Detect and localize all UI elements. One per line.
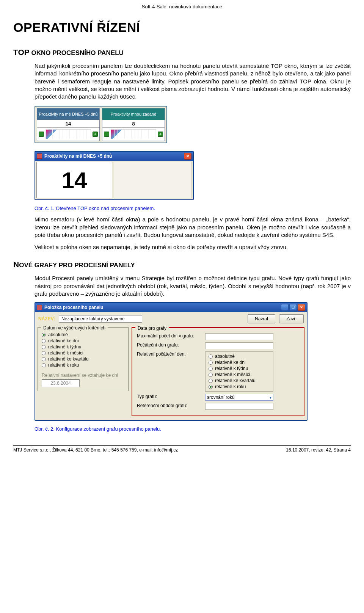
radio-icon — [209, 385, 213, 389]
plus-icon[interactable]: + — [93, 132, 98, 137]
top-window-body: 14 — [35, 161, 193, 199]
radio-rel-year[interactable]: relativně k roku — [42, 362, 124, 368]
rel-start-radio-group: absolutně relativně ke dni relativně k t… — [205, 351, 273, 392]
combo-value: srovnání roků — [207, 395, 235, 400]
radio2-absolute[interactable]: absolutně — [209, 353, 270, 359]
process-panel-a[interactable]: Proaktivity na mě DNES +5 dnů 14 + — [37, 108, 100, 141]
radio2-rel-week[interactable]: relativně k týdnu — [209, 365, 270, 372]
app-icon — [37, 305, 42, 310]
radio-icon — [42, 357, 46, 361]
radio-icon — [209, 379, 213, 383]
panel-a-chart-row: + — [37, 128, 99, 141]
groupbox-left-title: Datum ve výběrových kritériích — [41, 325, 108, 331]
row-rel-start: Relativní počáteční den: absolutně relat… — [137, 350, 299, 393]
heading-nove-large: N — [13, 260, 19, 269]
document-page: Soft-4-Sale: novinková dokumentace OPERA… — [0, 0, 364, 453]
radio-rel-day[interactable]: relativně ke dni — [42, 338, 124, 344]
close-icon[interactable]: × — [184, 153, 191, 160]
chevron-down-icon: ▾ — [270, 395, 271, 400]
sec2-paragraph-1: Modul Procesní panely umístěný v menu St… — [35, 274, 351, 298]
row-ref-period: Referenční období grafu: — [137, 402, 299, 411]
rel-date-field[interactable]: 23.6.2004 — [42, 379, 80, 387]
sec1-paragraph-1: Nad jakýmkoli procesním panelem lze doub… — [35, 62, 351, 100]
heading-top-okno: TOP OKNO PROCESNÍHO PANELU — [13, 48, 351, 57]
groupbox-date-criteria: Datum ve výběrových kritériích absolutně… — [38, 327, 129, 391]
panel-a-value[interactable]: 14 — [37, 120, 99, 128]
row-max-days: Maximální počet dní v grafu: — [137, 332, 299, 341]
name-label: NÁZEV: — [38, 316, 55, 321]
config-body: Datum ve výběrových kritériích absolutně… — [35, 326, 307, 420]
figure-2-window: Položka procesního panelu _ □ × NÁZEV: N… — [35, 302, 308, 421]
panel-b-chart-row: + — [102, 128, 165, 141]
name-input[interactable]: Nezaplacene faktury vystavene — [59, 315, 142, 323]
sec1-paragraph-2: Mimo semaforu (v levé horní části okna) … — [35, 216, 351, 239]
figure-1-caption: Obr. č. 1. Otevřené TOP okno nad procesn… — [35, 205, 351, 211]
radio-icon — [42, 333, 46, 337]
row-start-day: Počáteční den grafu: — [137, 341, 299, 350]
config-window-titlebar[interactable]: Položka procesního panelu _ □ × — [35, 303, 307, 312]
sparkline-chart — [46, 129, 91, 139]
radio2-rel-year[interactable]: relativně k roku — [209, 384, 270, 390]
battery-icon[interactable] — [104, 132, 109, 137]
start-day-input[interactable] — [205, 342, 273, 349]
window-buttons: _ □ × — [281, 304, 305, 311]
radio-icon — [209, 367, 213, 371]
sparkline-chart — [111, 129, 156, 139]
close-icon[interactable]: × — [298, 304, 305, 311]
radio-icon — [209, 354, 213, 359]
panel-b-value[interactable]: 8 — [102, 120, 165, 128]
radio2-rel-month[interactable]: relativně k měsíci — [209, 372, 270, 378]
radio-absolute[interactable]: absolutně — [42, 332, 124, 338]
radio2-rel-day[interactable]: relativně ke dni — [209, 359, 270, 365]
top-window-value-box[interactable]: 14 — [36, 162, 112, 198]
top-window-value: 14 — [62, 167, 87, 193]
heading-nove-rest: OVÉ GRAFY PRO PROCESNÍ PANELY — [19, 262, 135, 269]
return-button[interactable]: Návrat — [248, 314, 275, 323]
radio2-rel-quarter[interactable]: relativně ke kvartálu — [209, 378, 270, 384]
radio-rel-month[interactable]: relativně k měsíci — [42, 350, 124, 356]
page-footer: MTJ Service s.r.o., Žilkova 44, 621 00 B… — [13, 445, 351, 453]
process-panels-pair: Proaktivity na mě DNES +5 dnů 14 + Proak… — [35, 106, 167, 143]
panel-b-title: Proaktivity mnou zadané — [102, 108, 165, 120]
top-window-titlebar[interactable]: Proaktivity na mě DNES +5 dnů × — [35, 152, 193, 161]
close-button[interactable]: Zavři — [279, 314, 304, 323]
heading-top-large: TOP — [13, 48, 30, 56]
footer-left: MTJ Service s.r.o., Žilkova 44, 621 00 B… — [13, 447, 178, 453]
panel-a-title: Proaktivity na mě DNES +5 dnů — [37, 108, 99, 120]
plus-icon[interactable]: + — [158, 132, 163, 137]
max-days-input[interactable] — [205, 333, 273, 340]
app-icon — [37, 154, 42, 159]
section-2-content: Modul Procesní panely umístěný v menu St… — [13, 274, 351, 432]
radio-icon — [209, 373, 213, 377]
doc-header: Soft-4-Sale: novinková dokumentace — [13, 4, 351, 9]
radio-icon — [209, 361, 213, 365]
config-toolbar: NÁZEV: Nezaplacene faktury vystavene Náv… — [35, 312, 307, 326]
figure-2-caption: Obr. č. 2. Konfigurace zobrazení grafu p… — [35, 426, 351, 432]
config-window-title: Položka procesního panelu — [44, 305, 103, 310]
maximize-icon[interactable]: □ — [289, 304, 297, 311]
radio-rel-week[interactable]: relativně k týdnu — [42, 344, 124, 350]
radio-icon — [42, 339, 46, 343]
top-window-right-pane — [114, 162, 192, 198]
section-1-content: Nad jakýmkoli procesním panelem lze doub… — [13, 62, 351, 251]
top-window-title: Proaktivity na mě DNES +5 dnů — [44, 154, 112, 159]
radio-rel-quarter[interactable]: relativně ke kvartálu — [42, 356, 124, 362]
heading-top-rest: OKNO PROCESNÍHO PANELU — [30, 49, 124, 56]
sec1-paragraph-3: Velikost a poloha oken se nepamatuje, je… — [35, 243, 351, 251]
process-panel-b[interactable]: Proaktivity mnou zadané 8 + — [102, 108, 165, 141]
heading-nove-grafy: NOVÉ GRAFY PRO PROCESNÍ PANELY — [13, 260, 351, 269]
chart-type-combo[interactable]: srovnání roků ▾ — [205, 394, 273, 401]
battery-icon[interactable] — [39, 132, 44, 137]
ref-period-input[interactable] — [205, 403, 273, 410]
rel-note-label: Relativní nastavení se vztahuje ke dni — [42, 373, 124, 378]
minimize-icon[interactable]: _ — [281, 304, 289, 311]
groupbox-right-title: Data pro grafy — [135, 326, 169, 331]
footer-right: 16.10.2007, revize: 42, Strana 4 — [286, 447, 351, 453]
groupbox-chart-data: Data pro grafy Maximální počet dní v gra… — [132, 327, 304, 416]
heading-operativni-rizeni: OPERATIVNÍ ŘÍZENÍ — [13, 20, 351, 35]
radio-icon — [42, 345, 46, 349]
figure-1: Proaktivity na mě DNES +5 dnů 14 + Proak… — [35, 106, 351, 200]
top-window: Proaktivity na mě DNES +5 dnů × 14 — [35, 151, 194, 200]
row-chart-type: Typ grafu: srovnání roků ▾ — [137, 393, 299, 402]
radio-icon — [42, 363, 46, 367]
